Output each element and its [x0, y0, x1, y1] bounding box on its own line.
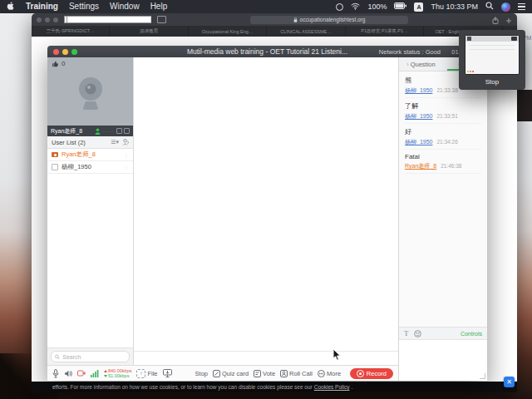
message-time: 21:33:38: [436, 87, 457, 93]
tab-overview-icon[interactable]: [157, 16, 166, 23]
user-list-empty-space: [47, 174, 133, 347]
browser-tab[interactable]: 三千氏-SPRINGDICT…: [32, 26, 110, 37]
training-app-window: Mutil-media web training - OET Tutorial …: [47, 46, 487, 381]
cookie-close-button[interactable]: ✕: [504, 377, 515, 387]
chat-message: Fatal Ryan老师_8 21:46:38: [405, 153, 481, 174]
sidebar-toggle-icon[interactable]: [64, 16, 151, 23]
user-list-item[interactable]: 杨柳_1950 ⋮: [47, 161, 133, 174]
message-sender-link[interactable]: Ryan老师_8: [405, 162, 436, 170]
presenter-name-bar: Ryan老师_8 ·····: [47, 126, 133, 136]
browser-tab[interactable]: P1器研究 P1讲真.P1…: [346, 26, 424, 37]
emoji-icon[interactable]: [414, 330, 421, 337]
sort-menu-icon[interactable]: ☰▾: [111, 139, 119, 145]
browser-window-controls[interactable]: [37, 17, 58, 22]
chat-input-area: [399, 339, 487, 381]
file-button[interactable]: ↑ File: [136, 369, 157, 378]
minimize-window-icon[interactable]: [45, 17, 50, 22]
wifi-icon[interactable]: [351, 2, 360, 12]
close-icon: ✕: [506, 378, 512, 386]
whiteboard-divider: [134, 351, 398, 352]
zoom-window-icon[interactable]: [53, 17, 58, 22]
siri-icon[interactable]: [501, 2, 510, 12]
like-count: 0: [62, 60, 65, 67]
menu-help[interactable]: Help: [150, 0, 168, 13]
minimize-window-icon[interactable]: [62, 49, 68, 55]
chat-panel: › Question Chat 熊 杨柳_1950 21:33:38: [399, 57, 487, 381]
microphone-button[interactable]: [52, 369, 59, 378]
quiz-card-icon: [213, 370, 220, 377]
presenter-name: Ryan老师_8: [51, 127, 82, 135]
apple-menu-icon[interactable]: [7, 1, 15, 12]
browser-tab[interactable]: Occupational King Eng…: [189, 26, 267, 37]
user-name: Ryan老师_8: [62, 150, 96, 159]
video-toggle-icon[interactable]: [116, 128, 122, 134]
bandwidth-rates: 840.00kbps 51.00kbps: [104, 368, 131, 379]
menu-settings[interactable]: Settings: [69, 0, 99, 13]
roll-call-label: Roll Call: [289, 370, 313, 377]
record-label: Record: [367, 370, 387, 377]
search-box[interactable]: [51, 351, 130, 362]
speaker-button[interactable]: [64, 370, 72, 377]
status-ring-icon[interactable]: [336, 3, 343, 11]
chat-message-input[interactable]: [399, 340, 487, 381]
text-format-button[interactable]: T: [404, 329, 409, 337]
message-text: 了解: [405, 101, 481, 111]
app-window-title: Mutil-media web training - OET Tutorial …: [187, 47, 347, 56]
quiz-card-button[interactable]: Quiz card: [213, 370, 249, 377]
cookies-policy-link[interactable]: Cookies Policy: [314, 384, 350, 390]
user-options-icon[interactable]: ⋮: [124, 165, 129, 170]
file-label: File: [147, 370, 157, 377]
url-text: occupationalenglishtest.org: [300, 17, 366, 22]
tab-question[interactable]: › Question: [399, 57, 443, 71]
app-window-controls[interactable]: [53, 49, 77, 55]
resize-handle[interactable]: [480, 373, 485, 379]
vote-button[interactable]: Vote: [254, 370, 275, 377]
chat-message: 好 杨柳_1950 21:34:26: [405, 127, 481, 150]
stop-sharing-button[interactable]: Stop: [459, 78, 525, 86]
more-label: More: [327, 370, 341, 377]
menu-training[interactable]: Training: [26, 0, 58, 13]
chat-tools-row: T Controls: [399, 327, 487, 339]
collapse-chevron-icon[interactable]: ›: [406, 62, 408, 67]
message-text: Fatal: [405, 153, 481, 160]
chat-message: 了解 杨柳_1950 21:33:51: [405, 101, 481, 124]
controls-link[interactable]: Controls: [461, 331, 482, 337]
menu-window[interactable]: Window: [110, 0, 140, 13]
screen-share-button[interactable]: [163, 369, 172, 377]
signal-strength-icon: [91, 369, 99, 377]
search-input[interactable]: [62, 354, 126, 360]
zoom-window-icon[interactable]: [71, 49, 77, 55]
notification-center-icon[interactable]: [518, 3, 525, 10]
screen: 1 PM Training Settings Window Help 100% …: [0, 0, 532, 399]
user-checkbox[interactable]: [52, 164, 58, 170]
user-options-icon[interactable]: ⋮: [124, 152, 129, 158]
address-bar[interactable]: occupationalenglishtest.org: [250, 16, 408, 24]
whiteboard-area[interactable]: [134, 57, 398, 365]
raise-hand-list-icon[interactable]: [123, 139, 129, 145]
chat-message-list[interactable]: 熊 杨柳_1950 21:33:38 了解 杨柳_1950 21:33:51: [399, 71, 487, 327]
menu-clock[interactable]: Thu 10:33 PM: [431, 2, 478, 11]
stop-share-button[interactable]: Stop: [195, 370, 208, 377]
record-button[interactable]: Record: [350, 368, 393, 379]
message-sender-link[interactable]: 杨柳_1950: [405, 138, 432, 146]
message-text: 好: [405, 127, 481, 136]
user-list-header: User List (2) ☰▾: [47, 136, 133, 149]
app-title-bar[interactable]: Mutil-media web training - OET Tutorial …: [47, 46, 487, 57]
spotlight-search-icon[interactable]: [485, 2, 494, 12]
message-sender-link[interactable]: 杨柳_1950: [405, 112, 432, 121]
close-window-icon[interactable]: [37, 17, 42, 22]
battery-icon[interactable]: [394, 2, 406, 11]
input-source-icon[interactable]: A: [414, 2, 423, 12]
like-counter[interactable]: 0: [52, 60, 65, 67]
roll-call-button[interactable]: Roll Call: [280, 370, 313, 377]
browser-tab[interactable]: CLINICAL ASSESSME…: [267, 26, 345, 37]
message-sender-link[interactable]: 杨柳_1950: [405, 86, 432, 95]
settings-toggle-icon[interactable]: [124, 128, 130, 134]
cookie-notice-text: efforts. For more information on how we …: [52, 384, 313, 390]
webcam-preview-area: 0: [47, 57, 133, 126]
camera-button[interactable]: [77, 370, 86, 377]
user-list-item[interactable]: Ryan老师_8 ⋮: [47, 149, 133, 161]
close-window-icon[interactable]: [53, 49, 59, 55]
more-button[interactable]: More: [318, 370, 341, 377]
browser-tab[interactable]: 温课教育: [110, 26, 188, 37]
